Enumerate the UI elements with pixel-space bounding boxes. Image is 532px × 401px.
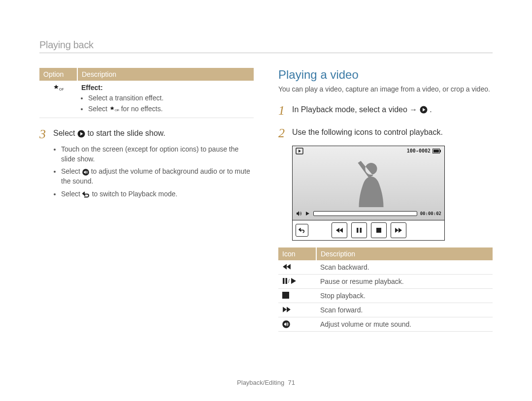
section-title: Playing back <box>39 39 493 53</box>
svg-rect-7 <box>440 150 441 152</box>
pause-play-icon: / <box>278 274 316 288</box>
stop-icon <box>278 288 316 303</box>
play-circle-icon <box>77 130 85 138</box>
rewind-icon <box>278 260 316 275</box>
step-number: 3 <box>39 128 53 141</box>
silhouette-image <box>344 158 399 207</box>
svg-text:OFF: OFF <box>59 88 64 91</box>
step-number: 1 <box>278 104 292 117</box>
fast-forward-icon <box>278 303 316 317</box>
rewind-desc: Scan backward. <box>316 260 493 275</box>
stop-desc: Stop playback. <box>316 288 493 303</box>
left-column: Option Description OFF Effect: Select a … <box>39 68 254 332</box>
step-3: 3 Select to start the slide show. <box>39 128 254 141</box>
play-mode-icon <box>296 148 303 154</box>
volume-icon <box>278 317 316 331</box>
stop-button[interactable] <box>371 222 387 238</box>
pause-button[interactable] <box>351 222 367 238</box>
battery-icon <box>432 149 441 154</box>
svg-rect-12 <box>283 278 285 284</box>
volume-desc: Adjust volume or mute sound. <box>316 317 493 331</box>
effect-label: Effect: <box>81 84 103 92</box>
time-display: 00:00:02 <box>420 211 441 216</box>
effect-description-cell: Effect: Select a transition effect. Sele… <box>77 81 254 118</box>
bullet-volume: Select to adjust the volume of backgroun… <box>61 167 254 186</box>
step-text-post: to start the slide show. <box>87 129 165 137</box>
volume-icon <box>82 169 89 176</box>
svg-text:/: / <box>288 278 290 284</box>
step-3-bullets: Touch on the screen (except for option i… <box>53 145 254 199</box>
icon-header-description: Description <box>316 247 493 260</box>
star-off-icon: OFF <box>53 84 64 92</box>
heading-playing-video: Playing a video <box>278 68 493 82</box>
icon-header-icon: Icon <box>278 247 316 260</box>
volume-icon <box>296 210 302 217</box>
effect-icon-cell: OFF <box>39 81 77 118</box>
back-button[interactable] <box>296 224 308 237</box>
pause-play-desc: Pause or resume playback. <box>316 274 493 288</box>
svg-rect-9 <box>357 228 359 233</box>
star-off-icon: OFF <box>109 106 119 113</box>
step1-post: . <box>430 105 432 114</box>
fast-forward-button[interactable] <box>391 222 406 238</box>
intro-text: You can play a video, capture an image f… <box>278 85 493 94</box>
step1-pre: In Playback mode, select a video → <box>292 105 420 114</box>
return-icon <box>82 191 90 198</box>
options-header-description: Description <box>77 68 254 81</box>
step-number: 2 <box>278 127 292 140</box>
options-header-option: Option <box>39 68 77 81</box>
file-number: 100-0002 <box>407 148 431 154</box>
svg-rect-10 <box>360 228 362 233</box>
effect-item-2: Select OFF for no effects. <box>88 104 250 114</box>
svg-rect-11 <box>376 228 381 233</box>
options-table: Option Description OFF Effect: Select a … <box>39 68 254 118</box>
bullet-return: Select to switch to Playback mode. <box>61 189 254 199</box>
fast-forward-desc: Scan forward. <box>316 303 493 317</box>
svg-rect-13 <box>286 278 288 284</box>
icon-table: Icon Description Scan backward. / Pause … <box>278 247 493 332</box>
svg-rect-8 <box>433 150 439 153</box>
effect-item-1: Select a transition effect. <box>88 93 250 103</box>
bullet-pause: Touch on the screen (except for option i… <box>61 145 254 164</box>
svg-text:OFF: OFF <box>115 108 119 112</box>
play-small-icon <box>305 211 310 216</box>
play-square-icon <box>420 106 428 114</box>
rewind-button[interactable] <box>332 222 347 238</box>
step2-text: Use the following icons to control playb… <box>292 127 443 138</box>
video-player-illustration: 100-0002 <box>292 146 445 241</box>
step-2: 2 Use the following icons to control pla… <box>278 127 493 140</box>
step-1: 1 In Playback mode, select a video → . <box>278 104 493 117</box>
step-text-pre: Select <box>53 129 77 137</box>
page-footer: Playback/Editing 71 <box>0 379 532 386</box>
svg-rect-15 <box>282 292 289 299</box>
right-column: Playing a video You can play a video, ca… <box>278 68 493 332</box>
